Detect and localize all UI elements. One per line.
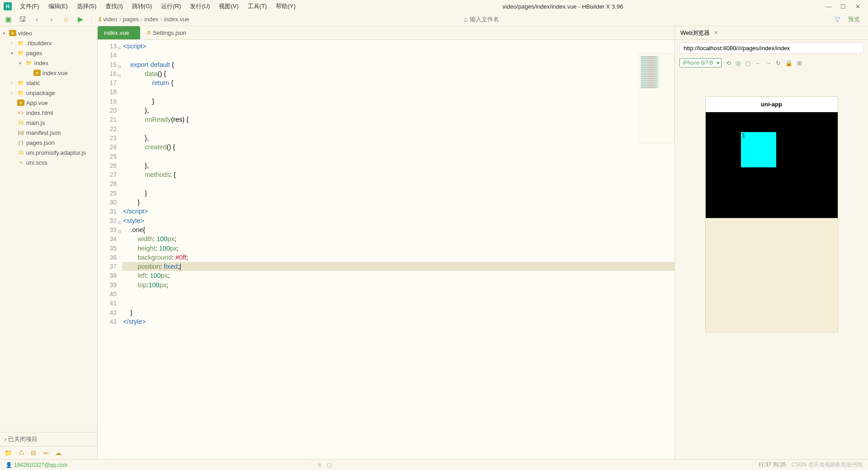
tab-index-vue[interactable]: index.vue [98,26,140,39]
tree-item[interactable]: ∿uni.scss [0,157,97,167]
menu-item[interactable]: 跳转(G) [127,0,157,12]
folder-icon[interactable]: 📁 [5,449,12,456]
breadcrumb-item[interactable]: index.vue [164,16,189,23]
sidebar: ▾Vvideo›📁.hbuilderx▾📁pages▾📁indexVindex.… [0,26,98,459]
tree-item[interactable]: { }pages.json [0,138,97,147]
file-tree: ▾Vvideo›📁.hbuilderx▾📁pages▾📁indexVindex.… [0,26,97,432]
menu-item[interactable]: 文件(F) [15,0,44,12]
tree-item[interactable]: VApp.vue [0,98,97,108]
menu-item[interactable]: 发行(U) [185,0,214,12]
watermark: CSDN @开发视频教程图书馆 [791,461,863,469]
tree-item[interactable]: ›📁unpackage [0,88,97,98]
separator [91,15,92,24]
back-icon[interactable]: ‹ [33,16,41,23]
file-search-input[interactable] [470,16,560,23]
list-icon[interactable]: ≡ [318,462,321,468]
app-logo: H [4,2,12,10]
minimize-icon[interactable]: — [826,3,832,9]
vue-icon: V [99,17,101,21]
phone-lower [706,218,838,332]
tree-item[interactable]: <>index.html [0,108,97,118]
line-gutter: 13⊟1415⊟16⊟17181920212223242526272829303… [98,40,122,459]
cloud-icon[interactable]: ☁ [55,449,61,456]
star-icon[interactable]: ☆ [62,16,70,23]
closed-projects[interactable]: › 已关闭项目 [0,432,97,446]
device-select[interactable]: iPhone 6/7/8 [679,58,722,67]
collapse-icon[interactable]: ⊟ [31,449,36,456]
menu-item[interactable]: 选择(S) [72,0,101,12]
editor-area: index.vue ⚙Settings.json 13⊟1415⊟16⊟1718… [98,26,675,459]
search-icon: ⌕ [462,16,470,23]
cursor-position: 行:37 列:25 [759,461,786,469]
menu-item[interactable]: 查找(I) [101,0,127,12]
nav-forward-icon[interactable]: → [765,60,771,66]
menu-item[interactable]: 运行(R) [156,0,185,12]
window-title: video/pages/index/index.vue - HBuilder X… [300,3,826,10]
menu-item[interactable]: 帮助(Y) [271,0,300,12]
breadcrumb-item[interactable]: video [103,16,117,23]
phone-viewport: 1 [706,112,838,218]
run-icon[interactable]: ▶ [77,16,84,23]
code-editor[interactable]: <script> export default { data() { retur… [122,40,675,459]
menu-item[interactable]: 工具(T) [243,0,272,12]
terminal-icon[interactable]: ▢ [327,462,332,468]
tree-item[interactable]: JSmain.js [0,118,97,128]
tree-item[interactable]: {o}manifest.json [0,128,97,138]
minimap[interactable] [638,53,675,144]
tab-settings-json[interactable]: ⚙Settings.json [140,26,197,39]
menu-item[interactable]: 视图(V) [214,0,243,12]
phone-frame: uni-app 1 [705,96,838,332]
preview-toolbar: iPhone 6/7/8 ⟲ ◎ ▢ ← → ↻ 🔒 ⊞ [675,57,868,69]
reload-icon[interactable]: ↻ [776,60,781,66]
tree-item[interactable]: ▾📁index [0,58,97,68]
tree-item[interactable]: ›📁.hbuilderx [0,38,97,48]
close-icon[interactable]: ✕ [714,30,718,36]
preview-tab[interactable]: Web浏览器 ✕ [675,26,868,40]
app-header: uni-app [706,97,838,112]
maximize-icon[interactable]: ☐ [840,3,846,9]
preview-button[interactable]: 预览 [848,15,860,24]
tree-item[interactable]: ▾Vvideo [0,28,97,38]
qr-icon[interactable]: ⊞ [797,60,802,66]
link-icon[interactable]: ⫘ [42,449,49,456]
user-icon: 👤 [5,462,12,468]
save-icon[interactable]: 🖫 [19,16,26,23]
lock-icon[interactable]: 🔒 [785,60,793,66]
status-email[interactable]: 1842810327@qq.com [14,462,67,468]
menubar: H 文件(F)编辑(E)选择(S)查找(I)跳转(G)运行(R)发行(U)视图(… [0,0,868,13]
gear-icon: ⚙ [146,30,151,36]
breadcrumb: V video › pages › index › index.vue [99,16,189,23]
refresh-icon[interactable]: ⟲ [726,60,731,66]
editor-tabs: index.vue ⚙Settings.json [98,26,675,40]
one-box: 1 [741,132,776,167]
toolbar: ▣ 🖫 ‹ › ☆ ▶ V video › pages › index › in… [0,13,868,26]
target-icon[interactable]: ◎ [736,60,741,66]
menu-item[interactable]: 编辑(E) [44,0,72,12]
nav-back-icon[interactable]: ← [755,60,761,66]
tree-item[interactable]: ▾📁pages [0,48,97,58]
sync-icon[interactable]: ♺ [19,449,24,456]
new-file-icon[interactable]: ▣ [5,16,12,23]
preview-panel: Web浏览器 ✕ iPhone 6/7/8 ⟲ ◎ ▢ ← → ↻ 🔒 ⊞ un… [675,26,868,459]
url-input[interactable] [679,43,863,54]
tree-item[interactable]: JSuni.promisify.adaptor.js [0,147,97,157]
statusbar: 👤 1842810327@qq.com ≡ ▢ 行:37 列:25 CSDN @… [0,459,868,470]
breadcrumb-item[interactable]: index [145,16,159,23]
forward-icon[interactable]: › [48,16,55,23]
sidebar-bottom-icons: 📁 ♺ ⊟ ⫘ ☁ [0,446,97,459]
filter-icon[interactable]: ▽ [834,16,841,23]
tree-item[interactable]: ›📁static [0,78,97,88]
close-icon[interactable]: ✕ [854,3,861,9]
breadcrumb-item[interactable]: pages [123,16,139,23]
tree-item[interactable]: Vindex.vue [0,68,97,78]
select-icon[interactable]: ▢ [745,60,750,66]
